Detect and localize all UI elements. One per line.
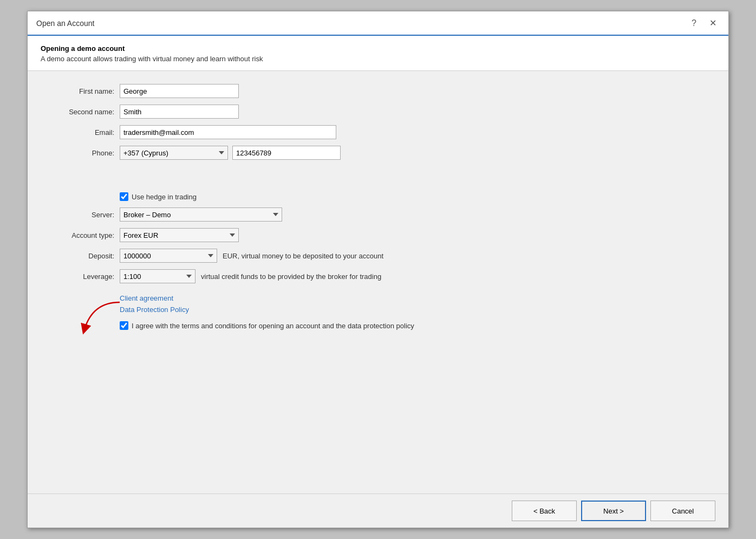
leverage-label: Leverage: (49, 272, 114, 281)
hedge-label: Use hedge in trading (132, 193, 197, 201)
account-type-select[interactable]: Forex EUR Forex USD Forex GBP (120, 228, 239, 242)
phone-number-input[interactable] (232, 146, 341, 160)
header-subtitle: A demo account allows trading with virtu… (41, 55, 715, 63)
hedge-checkbox-row: Use hedge in trading (120, 192, 707, 201)
main-window: Open an Account ? ✕ Opening a demo accou… (27, 11, 729, 528)
back-button[interactable]: < Back (512, 501, 577, 521)
header-title: Opening a demo account (41, 44, 715, 53)
agree-label: I agree with the terms and conditions fo… (132, 322, 414, 330)
first-name-label: First name: (49, 87, 114, 95)
deposit-label: Deposit: (49, 252, 114, 260)
phone-row: Phone: +357 (Cyprus) +1 (USA) +44 (UK) +… (49, 146, 707, 160)
second-name-label: Second name: (49, 108, 114, 116)
title-bar: Open an Account ? ✕ (28, 11, 728, 36)
server-label: Server: (49, 211, 114, 219)
deposit-row: Deposit: 1000000 500000 100000 EUR, virt… (49, 249, 707, 263)
account-type-row: Account type: Forex EUR Forex USD Forex … (49, 228, 707, 242)
links-section: Client agreement Data Protection Policy (120, 294, 707, 314)
phone-country-select[interactable]: +357 (Cyprus) +1 (USA) +44 (UK) +49 (Ger… (120, 146, 228, 160)
title-bar-controls: ? ✕ (688, 17, 720, 29)
leverage-row: Leverage: 1:100 1:200 1:50 1:25 virtual … (49, 269, 707, 283)
second-name-row: Second name: (49, 105, 707, 119)
agree-row: I agree with the terms and conditions fo… (120, 321, 707, 330)
footer: < Back Next > Cancel (28, 493, 728, 528)
arrow-indicator (76, 300, 125, 339)
second-name-input[interactable] (120, 105, 239, 119)
phone-label: Phone: (49, 149, 114, 157)
next-button[interactable]: Next > (581, 501, 646, 521)
deposit-hint: EUR, virtual money to be deposited to yo… (223, 252, 383, 260)
cancel-button[interactable]: Cancel (650, 501, 715, 521)
server-select[interactable]: Broker – Demo Broker – Live (120, 207, 282, 222)
account-type-label: Account type: (49, 231, 114, 239)
hedge-checkbox[interactable] (120, 192, 128, 201)
header-section: Opening a demo account A demo account al… (28, 36, 728, 71)
first-name-row: First name: (49, 84, 707, 98)
first-name-input[interactable] (120, 84, 239, 98)
content-area: First name: Second name: Email: Phone: +… (28, 71, 728, 493)
server-row: Server: Broker – Demo Broker – Live (49, 207, 707, 222)
leverage-hint: virtual credit funds to be provided by t… (201, 272, 381, 281)
email-input[interactable] (120, 125, 336, 139)
email-label: Email: (49, 128, 114, 137)
data-protection-link[interactable]: Data Protection Policy (120, 306, 707, 314)
window-title: Open an Account (36, 19, 94, 28)
close-button[interactable]: ✕ (706, 17, 720, 29)
leverage-select[interactable]: 1:100 1:200 1:50 1:25 (120, 269, 195, 283)
deposit-select[interactable]: 1000000 500000 100000 (120, 249, 217, 263)
client-agreement-link[interactable]: Client agreement (120, 294, 707, 302)
email-row: Email: (49, 125, 707, 139)
help-button[interactable]: ? (688, 17, 700, 29)
